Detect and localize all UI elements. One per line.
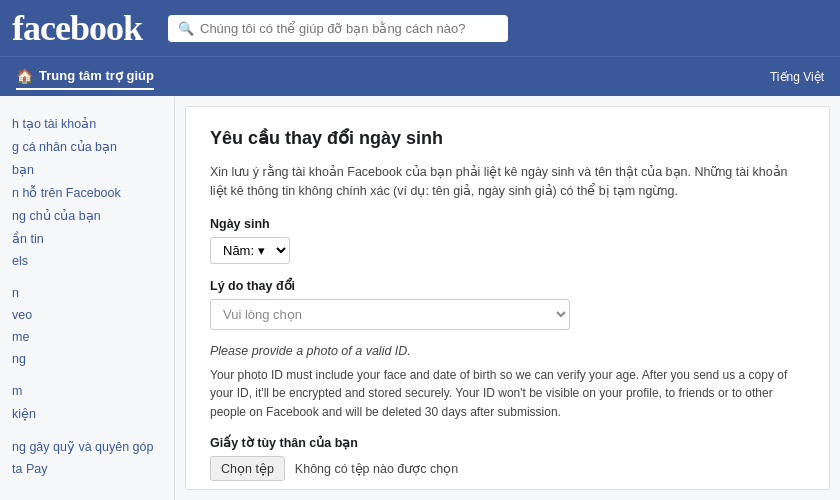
page-title: Yêu cầu thay đổi ngày sinh xyxy=(210,127,805,149)
sidebar-item-15[interactable]: ta Pay xyxy=(12,458,174,480)
subnav-home[interactable]: 🏠 Trung tâm trợ giúp xyxy=(16,64,154,90)
sidebar-item-13[interactable]: kiện xyxy=(12,402,174,425)
reason-select[interactable]: Vui lòng chọn xyxy=(210,299,570,330)
sidebar-item-10[interactable]: me xyxy=(12,326,174,348)
search-box[interactable]: 🔍 xyxy=(168,15,508,42)
sidebar-item-2[interactable]: g cá nhân của bạn xyxy=(12,135,174,158)
sidebar-item-6[interactable]: ần tin xyxy=(12,227,174,250)
file-row: Chọn tệp Không có tệp nào được chọn xyxy=(210,456,805,481)
sidebar-item-4[interactable]: n hỗ trên Facebook xyxy=(12,181,174,204)
home-icon: 🏠 xyxy=(16,68,33,84)
sidebar-item-7[interactable]: els xyxy=(12,250,174,272)
file-label: Giấy tờ tùy thân của bạn xyxy=(210,435,805,450)
content-description: Xin lưu ý rằng tài khoản Facebook của bạ… xyxy=(210,163,805,201)
sidebar-item-9[interactable]: veo xyxy=(12,304,174,326)
content-panel: Yêu cầu thay đổi ngày sinh Xin lưu ý rằn… xyxy=(185,106,830,490)
reason-label: Lý do thay đổi xyxy=(210,278,805,293)
subnav-home-label: Trung tâm trợ giúp xyxy=(39,68,154,83)
sidebar-item-12[interactable]: m xyxy=(12,380,174,402)
sidebar-item-3[interactable]: bạn xyxy=(12,158,174,181)
language-selector[interactable]: Tiếng Việt xyxy=(770,70,824,84)
sidebar: h tạo tài khoản g cá nhân của bạn bạn n … xyxy=(0,96,175,500)
header: facebook 🔍 xyxy=(0,0,840,56)
search-input[interactable] xyxy=(200,21,498,36)
id-description: Your photo ID must include your face and… xyxy=(210,366,805,422)
id-note: Please provide a photo of a valid ID. xyxy=(210,344,805,358)
sidebar-item-11[interactable]: ng xyxy=(12,348,174,370)
subnav: 🏠 Trung tâm trợ giúp Tiếng Việt xyxy=(0,56,840,96)
choose-file-button[interactable]: Chọn tệp xyxy=(210,456,285,481)
sidebar-item-14[interactable]: ng gây quỹ và quyên góp xyxy=(12,435,174,458)
sidebar-item-8[interactable]: n xyxy=(12,282,174,304)
facebook-logo: facebook xyxy=(12,10,142,46)
year-select[interactable]: Năm: ▾ xyxy=(210,237,290,264)
sidebar-item-1[interactable]: h tạo tài khoản xyxy=(12,112,174,135)
sidebar-item-5[interactable]: ng chủ của bạn xyxy=(12,204,174,227)
no-file-text: Không có tệp nào được chọn xyxy=(295,461,458,476)
search-icon: 🔍 xyxy=(178,21,194,36)
birthday-label: Ngày sinh xyxy=(210,217,805,231)
main-layout: h tạo tài khoản g cá nhân của bạn bạn n … xyxy=(0,96,840,500)
birthday-row: Năm: ▾ xyxy=(210,237,805,264)
